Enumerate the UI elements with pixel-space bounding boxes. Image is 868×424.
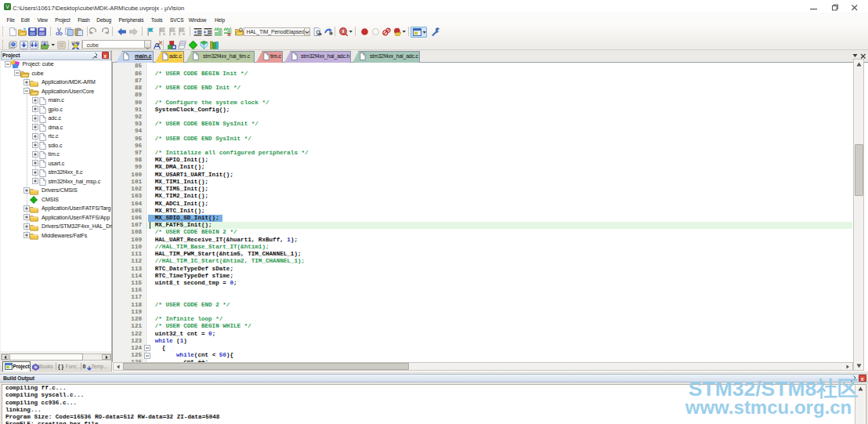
svg-text:V: V	[5, 4, 9, 9]
svg-text:Q: Q	[341, 28, 345, 35]
